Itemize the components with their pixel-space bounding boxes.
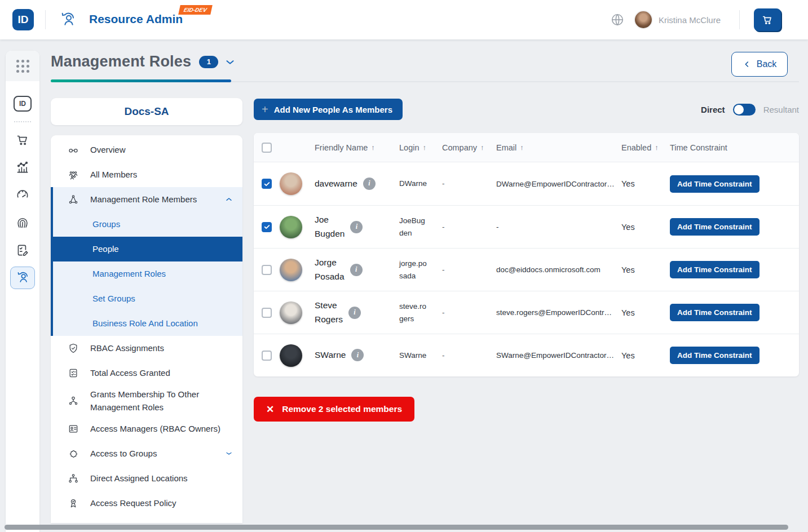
id-badge-icon[interactable]: ID	[10, 92, 35, 115]
login-value: steve.ro gers	[399, 300, 442, 325]
login-value: SWarne	[399, 349, 442, 362]
add-time-constraint-button[interactable]: Add Time Constraint	[670, 261, 760, 278]
divider	[739, 10, 740, 29]
scrollbar-thumb[interactable]	[5, 525, 788, 530]
sidebar-item-set-groups[interactable]: Set Groups	[53, 286, 242, 311]
toggle-label-direct: Direct	[701, 105, 725, 114]
glasses-icon	[68, 144, 79, 156]
members-table: Friendly Name↑Login↑Company↑Email↑Enable…	[254, 133, 799, 376]
friendly-name: Joe Bugden	[315, 213, 345, 240]
cart-icon	[761, 14, 774, 26]
divider	[45, 10, 46, 29]
puzzle-icon	[68, 448, 79, 459]
chevron-left-icon	[743, 60, 752, 69]
add-new-people-button[interactable]: + Add New People As Members	[254, 99, 403, 120]
chevron-down-icon[interactable]	[224, 56, 236, 68]
row-checkbox[interactable]	[262, 265, 272, 275]
table-header-row: Friendly Name↑Login↑Company↑Email↑Enable…	[254, 133, 799, 162]
fingerprint-icon[interactable]	[10, 211, 35, 234]
enabled-value: Yes	[621, 351, 670, 360]
person-sync-icon[interactable]	[10, 267, 35, 289]
plus-icon: +	[262, 103, 268, 116]
shield-check-icon	[68, 343, 79, 354]
column-header-login[interactable]: Login↑	[399, 143, 442, 152]
row-checkbox[interactable]	[262, 308, 272, 318]
row-checkbox[interactable]	[262, 179, 272, 189]
sidebar-item-total-access-granted[interactable]: Total Access Granted	[51, 361, 242, 385]
company-value: -	[442, 349, 496, 362]
column-header-time-constraint: Time Constraint	[670, 143, 799, 152]
friendly-name: SWarne	[315, 348, 346, 362]
email-value: steve.rogers@EmpowerIDContr…	[496, 308, 621, 317]
avatar	[280, 302, 302, 324]
user-name[interactable]: Kristina McClure	[659, 15, 721, 25]
sidebar-item-all-members[interactable]: All Members	[51, 162, 242, 187]
sidebar-item-management-role-members[interactable]: Management Role Members	[53, 187, 242, 212]
info-icon[interactable]: i	[348, 307, 361, 319]
sidebar-item-direct-assigned-locations[interactable]: Direct Assigned Locations	[51, 466, 242, 491]
email-value: doc@eiddocs.onmicrosoft.com	[496, 265, 621, 274]
table-row: Jorge Posadaijorge.po sada-doc@eiddocs.o…	[254, 248, 799, 291]
sidebar-item-access-request-policy[interactable]: Access Request Policy	[51, 491, 242, 516]
email-value: -	[496, 223, 621, 231]
email-value: SWarne@EmpowerIDContractor…	[496, 351, 621, 360]
sidebar-item-groups[interactable]: Groups	[53, 212, 242, 237]
sort-asc-icon: ↑	[480, 143, 484, 152]
info-icon[interactable]: i	[350, 264, 363, 276]
remove-selected-button[interactable]: ✕ Remove 2 selected members	[254, 397, 414, 422]
select-all-checkbox[interactable]	[262, 143, 272, 153]
back-button[interactable]: Back	[731, 52, 788, 77]
sidebar-item-people[interactable]: People	[51, 237, 242, 261]
direct-resultant-toggle[interactable]	[733, 104, 756, 116]
sidebar-item-overview[interactable]: Overview	[51, 138, 242, 162]
environment-badge: EID-DEV	[178, 5, 212, 15]
sidebar-item-management-roles[interactable]: Management Roles	[53, 261, 242, 286]
gauge-icon[interactable]	[10, 184, 35, 206]
add-time-constraint-button[interactable]: Add Time Constraint	[670, 175, 760, 193]
column-header-friendly-name[interactable]: Friendly Name↑	[315, 143, 399, 152]
column-header-email[interactable]: Email↑	[496, 143, 621, 152]
chevron-down-icon	[224, 449, 233, 458]
sidebar-item-access-managers-rbac-owners[interactable]: Access Managers (RBAC Owners)	[51, 416, 242, 441]
cart-button[interactable]	[754, 8, 781, 31]
sidebar-item-access-to-groups[interactable]: Access to Groups	[51, 441, 242, 466]
info-icon[interactable]: i	[363, 178, 376, 190]
row-checkbox[interactable]	[262, 351, 272, 361]
back-label: Back	[757, 59, 777, 69]
company-value: -	[442, 307, 496, 319]
add-time-constraint-button[interactable]: Add Time Constraint	[670, 304, 760, 321]
org-triangle-icon	[68, 194, 79, 205]
info-icon[interactable]: i	[350, 221, 363, 233]
column-header-enabled[interactable]: Enabled↑	[621, 143, 670, 152]
chevron-up-icon	[224, 195, 233, 204]
brand-logo[interactable]: ID	[12, 9, 34, 30]
sidebar-item-business-role-and-location[interactable]: Business Role And Location	[53, 311, 242, 336]
company-value: -	[442, 178, 496, 190]
sort-asc-icon: ↑	[371, 143, 375, 152]
table-row: Steve Rogersisteve.ro gers-steve.rogers@…	[254, 291, 799, 334]
login-value: DWarne	[399, 178, 442, 190]
count-badge: 1	[199, 56, 218, 68]
globe-icon[interactable]	[610, 12, 625, 27]
sitemap-icon	[68, 473, 79, 484]
login-value: jorge.po sada	[399, 258, 442, 282]
column-header-company[interactable]: Company↑	[442, 143, 496, 152]
user-avatar[interactable]	[635, 11, 652, 28]
add-time-constraint-button[interactable]: Add Time Constraint	[670, 218, 760, 236]
row-checkbox[interactable]	[262, 222, 272, 232]
sidebar-item-grants-membership-to-other-management-roles[interactable]: Grants Membership To Other Management Ro…	[51, 385, 242, 416]
top-bar: ID Resource Admin EID-DEV Kristina McClu…	[0, 0, 808, 39]
analytics-icon[interactable]	[10, 156, 35, 179]
sidebar-item-rbac-assignments[interactable]: RBAC Assignments	[51, 336, 242, 361]
info-icon[interactable]: i	[351, 349, 364, 361]
table-row: davewarneiDWarne-DWarne@EmpowerIDContrac…	[254, 162, 799, 205]
email-value: DWarne@EmpowerIDContractor…	[496, 180, 621, 188]
id-card-icon	[68, 423, 79, 435]
friendly-name: Steve Rogers	[315, 299, 343, 326]
cart-icon[interactable]	[10, 128, 35, 151]
waffle-menu-icon[interactable]	[6, 51, 39, 81]
audit-doc-icon[interactable]	[10, 239, 35, 261]
members-panel: + Add New People As Members Direct Resul…	[254, 98, 799, 422]
add-time-constraint-button[interactable]: Add Time Constraint	[670, 347, 760, 364]
person-sync-icon	[59, 11, 77, 29]
